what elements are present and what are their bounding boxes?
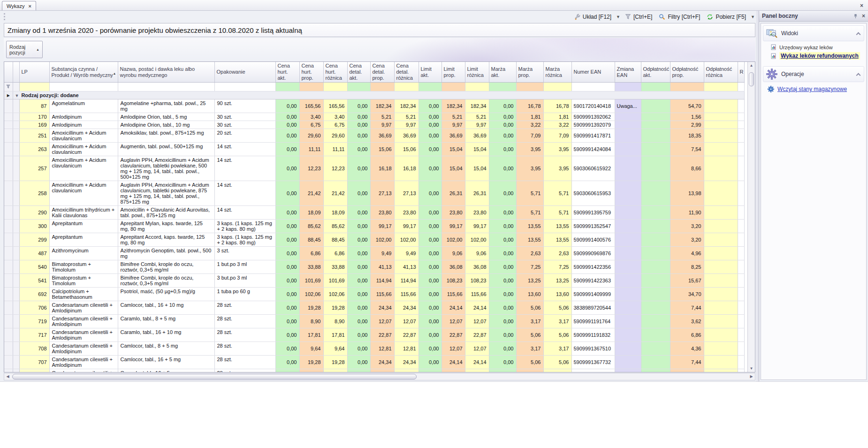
cell-dr[interactable]: 99,17 (394, 220, 419, 233)
cell-ean[interactable]: 5909991422363 (571, 274, 615, 288)
cell-lpr[interactable]: 36,69 (442, 129, 465, 143)
cell-lp[interactable]: 87 (19, 99, 49, 113)
column-header-ha[interactable]: Cena hurt. akt. (275, 62, 299, 83)
cell-la[interactable]: 0,00 (419, 274, 442, 288)
cell-mp[interactable]: 3,95 (516, 156, 543, 181)
cell-xx[interactable] (738, 274, 744, 288)
cell-opak[interactable]: 14 szt. (214, 143, 275, 156)
filter-cell-mr[interactable] (543, 83, 571, 91)
cell-or[interactable] (704, 247, 738, 260)
fetch-dropdown-icon[interactable]: ▼ (749, 15, 756, 19)
cell-la[interactable]: 0,00 (419, 113, 442, 121)
cell-lr[interactable]: 22,87 (465, 369, 489, 372)
cell-la[interactable]: 0,00 (419, 315, 442, 328)
cell-dr[interactable]: 22,87 (394, 369, 419, 372)
cell-or[interactable] (704, 143, 738, 156)
cell-oa[interactable] (641, 260, 670, 274)
cell-lp[interactable]: 717 (19, 328, 49, 342)
cell-hr[interactable]: 12,23 (323, 156, 347, 181)
cell-da[interactable]: 0,00 (347, 129, 370, 143)
cell-hr[interactable]: 9,64 (323, 342, 347, 356)
cell-hr[interactable]: 29,60 (323, 129, 347, 143)
cell-dr[interactable]: 24,34 (394, 356, 419, 369)
layout-button[interactable]: Układ [F12] (571, 13, 615, 21)
cell-mr[interactable]: 2,63 (543, 247, 571, 260)
cell-ha[interactable]: 0,00 (275, 328, 299, 342)
cell-opak[interactable]: 90 szt. (214, 99, 275, 113)
cell-sub[interactable]: Candesartanum cilexetili + Amlodipinum (49, 328, 118, 342)
cell-ma[interactable]: 0,00 (489, 274, 516, 288)
cell-lr[interactable]: 36,08 (465, 260, 489, 274)
cell-opak[interactable]: 3 szt. (214, 247, 275, 260)
tab-wykazy[interactable]: Wykazy × (2, 1, 36, 10)
cell-sub[interactable]: Candesartanum cilexetili + Amlodipinum (49, 342, 118, 356)
filter-cell-hp[interactable] (299, 83, 323, 91)
cell-lp[interactable]: 299 (19, 233, 49, 247)
cell-dr[interactable]: 27,13 (394, 181, 419, 206)
cell-mp[interactable]: 16,78 (516, 99, 543, 113)
cell-xx[interactable] (738, 121, 744, 129)
filter-cell-ma[interactable] (489, 83, 516, 91)
cell-ean[interactable]: 5901720140418 (571, 99, 615, 113)
cell-da[interactable]: 0,00 (347, 328, 370, 342)
cell-or[interactable] (704, 342, 738, 356)
cell-la[interactable]: 0,00 (419, 206, 442, 220)
cell-dr[interactable]: 41,13 (394, 260, 419, 274)
cell-hp[interactable]: 19,28 (299, 356, 323, 369)
cell-hr[interactable]: 8,90 (323, 315, 347, 328)
cell-sub[interactable]: Candesartanum cilexetili + Amlodipinum (49, 315, 118, 328)
cell-xx[interactable] (738, 143, 744, 156)
cell-hp[interactable]: 21,42 (299, 181, 323, 206)
cell-ha[interactable]: 0,00 (275, 301, 299, 315)
cell-sub[interactable]: Amoxicillinum + Acidum clavulanicum (49, 129, 118, 143)
cell-hr[interactable]: 18,09 (323, 206, 347, 220)
cell-opak[interactable]: 20 szt. (214, 129, 275, 143)
cell-dr[interactable]: 5,21 (394, 113, 419, 121)
cell-la[interactable]: 0,00 (419, 233, 442, 247)
cell-op[interactable]: 2,99 (670, 121, 704, 129)
column-header-mp[interactable]: Marża prop. (516, 62, 543, 83)
cell-op[interactable]: 18,35 (670, 129, 704, 143)
cell-zm[interactable] (615, 301, 641, 315)
filter-cell-da[interactable] (347, 83, 370, 91)
cell-mp[interactable]: 5,06 (516, 356, 543, 369)
cell-ma[interactable]: 0,00 (489, 315, 516, 328)
cell-da[interactable]: 0,00 (347, 156, 370, 181)
cell-op[interactable]: 54,70 (670, 99, 704, 113)
cell-xx[interactable] (738, 356, 744, 369)
cell-xx[interactable] (738, 233, 744, 247)
cell-xx[interactable] (738, 220, 744, 233)
cell-hp[interactable]: 17,81 (299, 328, 323, 342)
cell-ma[interactable]: 0,00 (489, 206, 516, 220)
scroll-left-icon[interactable]: ◀ (4, 373, 11, 380)
cell-mr[interactable]: 5,06 (543, 328, 571, 342)
cell-or[interactable] (704, 274, 738, 288)
cell-oa[interactable] (641, 206, 670, 220)
cell-ean[interactable]: 3838989720544 (571, 301, 615, 315)
group-by-chip-rodzaj-pozycji[interactable]: Rodzaj pozycji ▲ (6, 41, 43, 58)
cell-oa[interactable] (641, 143, 670, 156)
cell-lp[interactable]: 169 (19, 121, 49, 129)
cell-dr[interactable]: 22,87 (394, 328, 419, 342)
cell-opak[interactable]: 1 tuba po 60 g (214, 288, 275, 301)
cell-la[interactable]: 0,00 (419, 328, 442, 342)
group-collapse-icon[interactable]: ▼ (15, 93, 19, 98)
cell-or[interactable] (704, 206, 738, 220)
column-header-ean[interactable]: Numer EAN (571, 62, 615, 83)
cell-lr[interactable]: 182,34 (465, 99, 489, 113)
cell-la[interactable]: 0,00 (419, 181, 442, 206)
cell-op[interactable]: 15,67 (670, 274, 704, 288)
cell-mr[interactable]: 7,25 (543, 260, 571, 274)
column-header-dp[interactable]: Cena detal. prop. (370, 62, 394, 83)
cell-da[interactable]: 0,00 (347, 315, 370, 328)
filter-cell-nazwa[interactable] (118, 83, 214, 91)
cell-ha[interactable]: 0,00 (275, 274, 299, 288)
column-header-mr[interactable]: Marża różnica (543, 62, 571, 83)
cell-lr[interactable]: 15,04 (465, 156, 489, 181)
cell-or[interactable] (704, 328, 738, 342)
cell-lp[interactable]: 258 (19, 181, 49, 206)
cell-opak[interactable]: 28 szt. (214, 301, 275, 315)
cell-lpr[interactable]: 9,97 (442, 121, 465, 129)
cell-mr[interactable]: 3,17 (543, 315, 571, 328)
cell-oa[interactable] (641, 274, 670, 288)
